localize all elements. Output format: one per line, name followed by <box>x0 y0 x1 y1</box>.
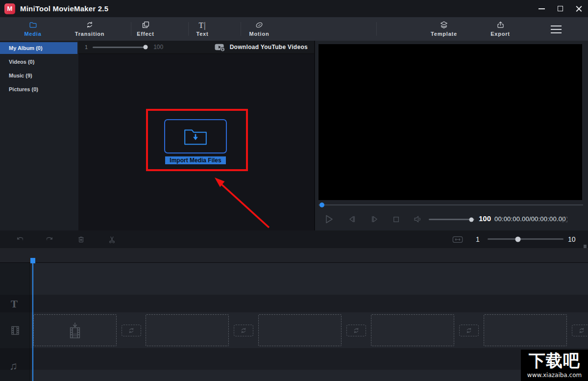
clip-placeholder-2[interactable] <box>146 314 229 346</box>
delete-button[interactable] <box>75 234 86 244</box>
thumbnail-zoom-slider[interactable] <box>93 47 147 48</box>
add-clip-icon <box>68 322 82 339</box>
media-panel-header: 1 100 Download YouTube Videos <box>78 41 314 54</box>
toolbar-divider <box>376 22 377 36</box>
timeline-toolbar: 1 10 <box>0 230 588 248</box>
trash-icon <box>76 235 86 244</box>
media-panel: 1 100 Download YouTube Videos Import Med… <box>78 41 315 230</box>
seek-bar[interactable] <box>318 204 583 205</box>
thumb-zoom-min-label: 1 <box>85 44 88 50</box>
transition-placeholder-4[interactable] <box>459 325 479 336</box>
timeline-zoom-slider[interactable] <box>488 238 564 240</box>
timeline-zoom-max-label: 10 <box>568 235 576 243</box>
volume-handle[interactable] <box>469 217 474 222</box>
timeline-ruler[interactable] <box>0 248 588 263</box>
redo-icon <box>45 234 55 244</box>
titlebar: M MiniTool MovieMaker 2.5 <box>0 0 588 17</box>
timeline-zoom-handle[interactable] <box>515 236 521 242</box>
previous-frame-icon <box>346 214 357 225</box>
transition-slot-icon <box>465 327 473 334</box>
toolbar-divider <box>241 22 241 36</box>
sidebar-item-videos[interactable]: Videos (0) <box>0 56 77 68</box>
thumb-zoom-max-label: 100 <box>153 44 163 51</box>
tab-motion[interactable]: Motion <box>239 20 280 39</box>
import-media-button[interactable] <box>164 119 227 153</box>
tab-template[interactable]: Template <box>423 20 465 39</box>
play-icon <box>323 213 335 225</box>
youtube-download-icon <box>214 43 226 52</box>
transition-slot-icon <box>127 327 135 334</box>
text-track[interactable] <box>0 295 588 312</box>
undo-icon <box>15 234 25 244</box>
transition-placeholder-3[interactable] <box>346 325 366 336</box>
timeline: T ♫ <box>0 248 588 381</box>
music-track[interactable] <box>0 348 588 370</box>
timecode: 00:00:00.00/00:00:00.00 <box>494 215 566 223</box>
volume-slider[interactable] <box>429 219 474 220</box>
main-area: My Album (0) Videos (0) Music (9) Pictur… <box>0 41 588 230</box>
transition-placeholder-2[interactable] <box>234 325 253 336</box>
previous-frame-button[interactable] <box>346 213 357 226</box>
menu-button[interactable] <box>551 25 563 33</box>
stop-icon <box>391 214 401 225</box>
text-track-icon: T <box>11 298 18 310</box>
transition-icon <box>69 20 110 29</box>
window-title: MiniTool MovieMaker 2.5 <box>20 4 108 13</box>
clip-placeholder-4[interactable] <box>371 314 454 346</box>
template-layers-icon <box>423 20 465 29</box>
next-frame-button[interactable] <box>369 213 380 226</box>
mute-button[interactable] <box>413 213 423 226</box>
fit-width-icon <box>452 235 463 244</box>
app-window: M MiniTool MovieMaker 2.5 Media Transiti… <box>0 0 588 381</box>
sidebar-item-pictures[interactable]: Pictures (0) <box>0 83 77 95</box>
transition-slot-icon <box>352 327 360 334</box>
next-frame-icon <box>369 214 380 225</box>
close-icon <box>576 5 582 12</box>
tab-export[interactable]: Export <box>480 20 521 39</box>
undo-button[interactable] <box>14 234 25 244</box>
play-button[interactable] <box>323 213 335 226</box>
split-button[interactable] <box>106 234 117 244</box>
menu-icon <box>551 25 562 26</box>
clip-placeholder-1[interactable] <box>33 314 117 346</box>
transition-slot-icon <box>578 327 586 334</box>
tab-media[interactable]: Media <box>12 20 53 39</box>
transition-placeholder-1[interactable] <box>122 325 141 336</box>
export-icon <box>480 20 521 29</box>
speaker-icon <box>413 214 423 225</box>
import-folder-icon <box>183 127 208 146</box>
fullscreen-button[interactable] <box>561 213 568 226</box>
watermark-site-name: 下载吧 <box>521 350 588 371</box>
minimize-icon <box>539 8 545 9</box>
motion-icon <box>239 20 280 29</box>
timeline-scrollbar[interactable] <box>584 245 587 248</box>
seek-handle[interactable] <box>319 203 324 207</box>
transition-placeholder-5[interactable] <box>572 325 588 336</box>
preview-panel: 100 00:00:00.00/00:00:00.00 <box>315 41 588 230</box>
maximize-button[interactable] <box>551 0 569 17</box>
volume-value: 100 <box>479 214 491 223</box>
timeline-zoom-min-label: 1 <box>476 235 480 243</box>
tab-transition[interactable]: Transition <box>69 20 110 39</box>
clip-placeholder-3[interactable] <box>258 314 342 346</box>
clip-placeholder-5[interactable] <box>484 314 567 346</box>
playhead-handle[interactable] <box>30 258 35 263</box>
redo-button[interactable] <box>44 234 55 244</box>
minimize-button[interactable] <box>532 0 551 17</box>
app-logo-icon: M <box>4 3 15 14</box>
close-button[interactable] <box>569 0 588 17</box>
stop-button[interactable] <box>391 213 401 226</box>
video-preview <box>318 44 582 200</box>
library-sidebar: My Album (0) Videos (0) Music (9) Pictur… <box>0 41 78 230</box>
sidebar-item-music[interactable]: Music (9) <box>0 70 77 81</box>
video-track-icon <box>9 325 21 336</box>
toolbar-divider <box>131 22 131 36</box>
transition-slot-icon <box>240 327 247 334</box>
music-track-icon: ♫ <box>9 360 18 373</box>
fit-timeline-button[interactable] <box>452 234 463 244</box>
watermark-site-url: www.xiazaiba.com <box>521 371 588 379</box>
media-folder-icon <box>12 20 53 29</box>
download-youtube-button[interactable]: Download YouTube Videos <box>214 43 308 52</box>
thumbnail-zoom-handle[interactable] <box>144 45 148 50</box>
sidebar-item-my-album[interactable]: My Album (0) <box>0 42 77 54</box>
